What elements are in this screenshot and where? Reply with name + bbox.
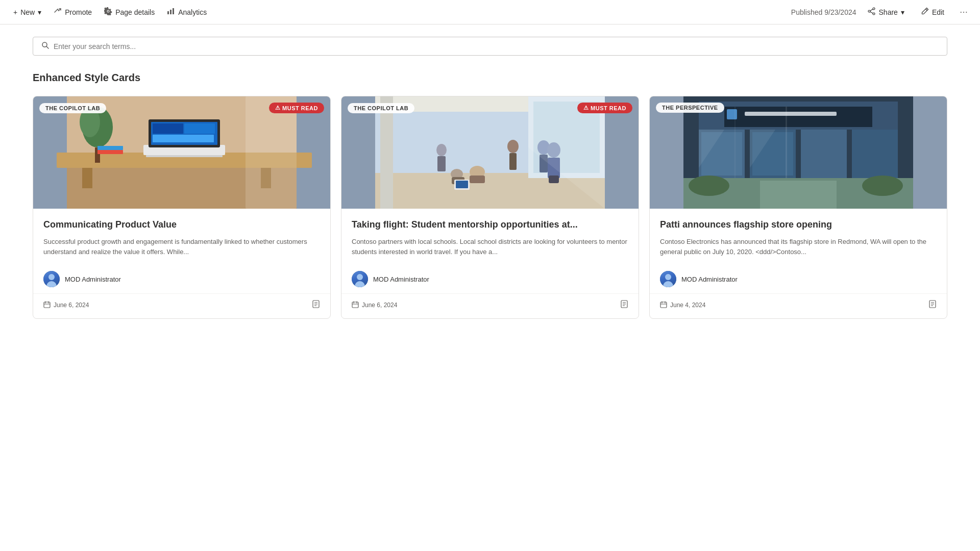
share-icon [868,7,876,17]
must-read-label-2: MUST READ [591,105,626,111]
toolbar-right: Published 9/23/2024 Share ▾ [791,4,972,20]
cards-grid: THE COPILOT LAB ⚠ MUST READ Communicatin… [33,96,947,319]
more-icon: ⋯ [960,8,968,16]
card-3-title: Patti announces flagship store opening [660,219,937,231]
card-2-title: Taking flight: Student mentorship opport… [352,219,628,231]
card-3-footer: June 4, 2024 [650,293,947,318]
calendar-icon-2 [352,301,359,310]
card-2-source-badge: THE COPILOT LAB [348,103,414,113]
analytics-button[interactable]: Analytics [162,4,212,20]
svg-point-86 [862,176,903,196]
svg-rect-41 [380,96,393,209]
card-1-footer: June 6, 2024 [33,293,330,318]
card-2-footer: June 6, 2024 [341,293,639,318]
card-1-excerpt: Successful product growth and engagement… [43,237,320,257]
edit-button[interactable]: Edit [916,4,949,20]
card-1-image: THE COPILOT LAB ⚠ MUST READ [33,96,330,209]
page-details-button[interactable]: Page details [99,4,160,20]
card-1-type-icon [312,300,320,310]
card-2-badges: THE COPILOT LAB ⚠ MUST READ [348,103,632,113]
card-3-avatar [660,271,676,287]
svg-rect-53 [437,156,446,171]
share-button[interactable]: Share ▾ [863,4,910,20]
share-chevron-icon: ▾ [901,8,904,16]
card-3[interactable]: THE PERSPECTIVE Patti announces flagship… [649,96,947,319]
svg-rect-27 [246,96,297,209]
svg-point-85 [689,176,729,196]
card-1-author-name: MOD Administrator [65,276,121,283]
promote-button[interactable]: Promote [48,4,97,20]
svg-rect-21 [146,155,223,157]
page-details-label: Page details [115,8,155,16]
svg-rect-84 [760,181,837,209]
card-1-date: June 6, 2024 [43,301,89,310]
card-1[interactable]: THE COPILOT LAB ⚠ MUST READ Communicatin… [33,96,331,319]
svg-rect-28 [44,302,50,308]
card-2-image: THE COPILOT LAB ⚠ MUST READ [341,96,639,209]
svg-point-52 [436,144,447,156]
search-input[interactable] [54,42,939,51]
svg-line-9 [46,46,48,48]
new-button[interactable]: + New ▾ [8,5,46,19]
new-label: New [20,8,35,16]
card-3-image: THE PERSPECTIVE [650,96,947,209]
card-2-date-text: June 6, 2024 [362,302,397,309]
card-3-type-icon [928,300,937,310]
svg-point-4 [873,13,875,15]
card-3-author-name: MOD Administrator [681,276,738,283]
card-3-author: MOD Administrator [660,265,937,293]
card-1-author: MOD Administrator [43,265,320,293]
card-1-avatar [43,271,60,287]
section-title: Enhanced Style Cards [33,72,947,84]
card-2-author: MOD Administrator [352,265,628,293]
svg-rect-77 [796,130,801,178]
svg-point-44 [507,140,519,153]
svg-rect-20 [153,135,214,142]
published-status: Published 9/23/2024 [791,8,856,16]
svg-line-6 [870,9,873,11]
svg-rect-88 [734,107,736,178]
card-1-body: Communicating Product Value Successful p… [33,209,330,293]
promote-label: Promote [65,8,92,16]
svg-rect-89 [660,302,667,308]
svg-point-3 [873,8,875,10]
card-2-body: Taking flight: Student mentorship opport… [341,209,639,293]
search-bar [33,37,947,56]
svg-rect-0 [167,11,169,14]
card-1-title: Communicating Product Value [43,219,320,231]
svg-rect-26 [97,146,123,150]
gear-icon [104,7,112,17]
search-icon [41,41,50,51]
svg-rect-78 [847,130,852,178]
card-2-must-read-badge: ⚠ MUST READ [577,103,632,113]
card-3-badges: THE PERSPECTIVE [656,103,941,113]
svg-rect-2 [173,8,174,14]
card-3-source-badge: THE PERSPECTIVE [656,103,724,113]
share-label: Share [879,8,898,16]
toolbar-left: + New ▾ Promote Page details [8,4,787,20]
card-1-must-read-badge: ⚠ MUST READ [269,103,324,113]
analytics-icon [167,7,175,17]
card-2-date: June 6, 2024 [352,301,397,310]
svg-point-5 [868,10,870,12]
card-3-body: Patti announces flagship store opening C… [650,209,947,293]
card-1-date-text: June 6, 2024 [54,302,89,309]
svg-rect-75 [852,130,898,178]
svg-rect-25 [97,150,123,154]
svg-rect-87 [786,107,787,178]
svg-rect-51 [456,181,468,188]
warning-icon-2: ⚠ [583,105,589,111]
toolbar: + New ▾ Promote Page details [0,0,980,24]
more-button[interactable]: ⋯ [955,4,972,20]
card-2-type-icon [620,300,628,310]
svg-rect-76 [745,130,750,178]
svg-rect-18 [153,123,183,134]
card-2-author-name: MOD Administrator [373,276,429,283]
svg-rect-45 [509,153,517,170]
card-2-excerpt: Contoso partners with local schools. Loc… [352,237,628,257]
svg-rect-1 [170,10,172,14]
card-2[interactable]: THE COPILOT LAB ⚠ MUST READ Taking fligh… [341,96,639,319]
card-3-date-text: June 4, 2024 [670,302,705,309]
svg-rect-74 [801,130,847,178]
svg-rect-19 [184,123,215,134]
